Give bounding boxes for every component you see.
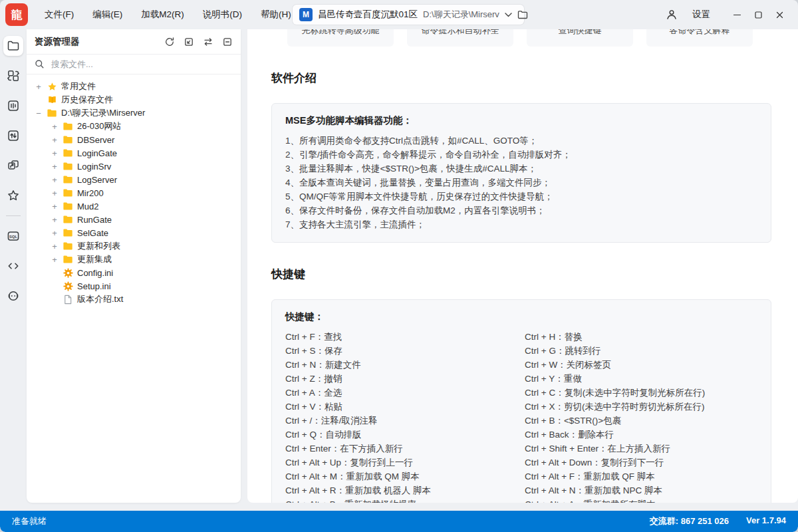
tree-item[interactable]: + xyxy=(27,160,241,173)
collapse-all-icon[interactable] xyxy=(222,37,233,47)
shortcut-item: Ctrl + H：替换 xyxy=(525,330,757,344)
support-bot-icon[interactable] xyxy=(3,286,23,306)
menubar: 文件(F)编辑(E)加载M2(R)说明书(D)帮助(H) xyxy=(37,6,299,23)
tree-item-label: D:\聊天记录\Mirserver xyxy=(61,107,145,119)
shortcut-item: Ctrl + Alt + M：重新加载 QM 脚本 xyxy=(285,469,518,483)
activity-bar: SQL xyxy=(0,29,27,503)
menu-item[interactable]: 帮助(H) xyxy=(253,6,299,23)
tree-expander[interactable]: + xyxy=(51,176,59,184)
tree-expander[interactable]: − xyxy=(35,109,43,118)
file-tab[interactable]: M 昌邑传奇壹百度沉默01区 D:\聊天记录\Mirserv xyxy=(293,5,524,25)
close-icon[interactable] xyxy=(769,5,790,25)
search-input[interactable] xyxy=(50,59,233,70)
tree-expander[interactable]: + xyxy=(51,202,59,211)
user-icon[interactable] xyxy=(666,9,678,21)
folder-icon xyxy=(63,227,73,238)
tree-item[interactable]: + xyxy=(27,133,241,146)
tree-expander[interactable]: + xyxy=(51,149,59,158)
version-text: Ver 1.7.94 xyxy=(746,515,786,527)
feature-cards: 光标跳转等高级功能命令提示和自动补全查询快捷键各命令含义解释 xyxy=(287,29,798,47)
app-logo-glyph: 龍 xyxy=(11,7,23,23)
shortcuts-left-column: Ctrl + F：查找Ctrl + S：保存Ctrl + N：新建文件Ctrl … xyxy=(285,330,518,503)
refresh-icon[interactable] xyxy=(164,37,175,47)
transfer-updown-icon[interactable] xyxy=(3,126,23,146)
maximize-icon[interactable] xyxy=(747,5,769,25)
tree-expander[interactable]: + xyxy=(51,215,59,224)
share-export-icon[interactable] xyxy=(3,156,23,176)
tree-item[interactable]: + xyxy=(27,253,241,266)
tree-item[interactable]: Config.ini xyxy=(27,266,241,279)
tree-expander[interactable]: + xyxy=(51,136,59,144)
tree-item[interactable]: 历史保存文件 xyxy=(27,93,241,106)
tree-item[interactable]: + xyxy=(27,120,241,133)
tree-item[interactable]: + xyxy=(27,186,241,200)
minimize-icon[interactable] xyxy=(726,5,747,25)
main-panel: 光标跳转等高级功能命令提示和自动补全查询快捷键各命令含义解释 软件介绍 MSE多… xyxy=(247,29,798,503)
explorer-folder-icon[interactable] xyxy=(3,36,23,56)
gear-file-icon xyxy=(63,281,73,291)
sql-icon[interactable]: SQL xyxy=(3,226,23,246)
menu-item[interactable]: 编辑(E) xyxy=(85,6,130,23)
feature-card-label: 命令提示和自动补全 xyxy=(422,29,499,47)
section-heading-intro: 软件介绍 xyxy=(271,70,771,86)
feature-card-label: 光标跳转等高级功能 xyxy=(302,29,380,47)
open-folder-icon[interactable] xyxy=(517,10,528,19)
menu-item[interactable]: 说明书(D) xyxy=(196,6,249,23)
tree-expander[interactable]: + xyxy=(51,229,59,237)
favorites-star-icon[interactable] xyxy=(3,186,23,205)
tree-item-label: Config.ini xyxy=(77,268,113,278)
menu-item[interactable]: 加载M2(R) xyxy=(134,6,192,23)
levels-icon[interactable] xyxy=(3,96,23,116)
tree-item[interactable]: + xyxy=(27,239,241,253)
app-window: 龍 文件(F)编辑(E)加载M2(R)说明书(D)帮助(H) M 昌邑传奇壹百度… xyxy=(0,0,798,532)
tree-item[interactable]: 版本介绍.txt xyxy=(27,293,241,306)
tree-expander[interactable]: + xyxy=(51,255,59,264)
feature-card[interactable]: 光标跳转等高级功能 xyxy=(287,29,394,47)
intro-item: 2、引擎/插件命令高亮，命令解释提示，命令自动补全，自动排版对齐； xyxy=(285,148,757,162)
shortcut-item: Ctrl + Y：重做 xyxy=(525,372,757,386)
menu-item[interactable]: 文件(F) xyxy=(37,6,81,23)
feature-card[interactable]: 命令提示和自动补全 xyxy=(407,29,513,47)
shortcut-item: Ctrl + Alt + B：重新加载怪物爆率 xyxy=(285,497,518,503)
tree-item-label: LoginGate xyxy=(77,148,117,158)
settings-button[interactable]: 设置 xyxy=(688,8,714,21)
tree-expander[interactable]: + xyxy=(51,162,59,171)
tree-expander[interactable]: + xyxy=(35,82,43,91)
qq-group-text: 交流群: 867 251 026 xyxy=(650,515,729,527)
tree-item[interactable]: + xyxy=(27,226,241,239)
shortcut-item: Ctrl + Alt + A：重新加载所有脚本 xyxy=(525,497,757,503)
tree-item[interactable]: + xyxy=(27,80,241,93)
shortcuts-columns: Ctrl + F：查找Ctrl + S：保存Ctrl + N：新建文件Ctrl … xyxy=(285,330,757,503)
tree-item[interactable]: + xyxy=(27,200,241,213)
tree-item-label: 更新和列表 xyxy=(77,240,120,252)
folder-icon xyxy=(63,148,73,158)
chevron-down-icon[interactable] xyxy=(505,13,512,17)
explorer-title: 资源管理器 xyxy=(35,36,80,48)
tree-expander[interactable]: + xyxy=(51,189,59,198)
tree-item[interactable]: + xyxy=(27,213,241,226)
code-icon[interactable] xyxy=(3,256,23,276)
folder-icon xyxy=(63,188,73,198)
feature-card[interactable]: 查询快捷键 xyxy=(527,29,633,47)
star-icon xyxy=(47,81,57,92)
feature-card-label: 各命令含义解释 xyxy=(670,29,730,47)
shortcuts-box-title: 快捷键： xyxy=(285,311,757,323)
tree-expander[interactable]: + xyxy=(51,242,59,251)
feature-card[interactable]: 各命令含义解释 xyxy=(646,29,753,47)
intro-item: 4、全版本查询关键词，批量替换，变量占用查询，多端文件同步； xyxy=(285,176,757,190)
titlebar-right: 设置 xyxy=(666,0,798,29)
tree-item[interactable]: + xyxy=(27,146,241,160)
shortcut-item: Ctrl + Q：自动排版 xyxy=(285,428,518,442)
intro-item: 6、保存文件时备份，保存文件自动加载M2，内置各引擎说明书； xyxy=(285,203,757,217)
tree-item-label: 26-030网站 xyxy=(77,120,121,132)
tree-item-label: 常用文件 xyxy=(61,80,96,92)
tree-expander[interactable]: + xyxy=(51,122,59,131)
swap-icon[interactable] xyxy=(203,37,213,47)
tree-item[interactable]: + xyxy=(27,173,241,186)
tree-item-label: Setup.ini xyxy=(77,281,111,291)
tree-item[interactable]: − xyxy=(27,106,241,120)
replace-sync-icon[interactable] xyxy=(3,66,23,86)
locate-file-icon[interactable] xyxy=(184,37,194,47)
tree-item[interactable]: Setup.ini xyxy=(27,279,241,293)
shortcut-item: Ctrl + V：粘贴 xyxy=(285,400,518,414)
